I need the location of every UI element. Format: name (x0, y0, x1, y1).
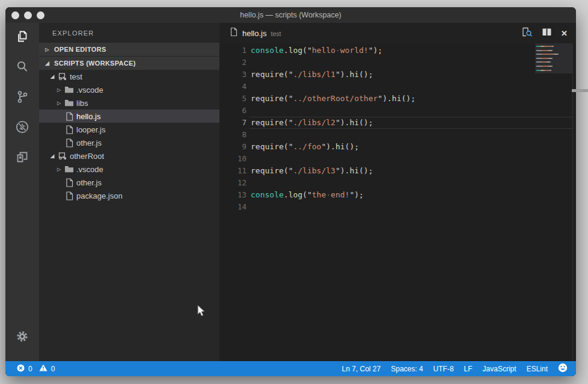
tree-item-other-js[interactable]: other.js (39, 176, 219, 189)
tree-item-looper-js[interactable]: looper.js (39, 123, 219, 136)
code-line-8[interactable]: 8 (219, 129, 576, 141)
code-line-13[interactable]: 13console.log("the·end!"); (219, 189, 576, 201)
status-indentation[interactable]: Spaces: 4 (391, 365, 423, 373)
editor-group: hello.js test (219, 23, 576, 361)
line-number[interactable]: 14 (219, 201, 247, 213)
file-icon (230, 27, 238, 39)
code-line-3[interactable]: 3require("./libs/l1").hi(); (219, 69, 576, 81)
code-line-9[interactable]: 9require("../foo").hi(); (219, 141, 576, 153)
traffic-lights (11, 11, 44, 19)
code-text: require("../otherRoot/other").hi(); (251, 93, 415, 105)
activity-explorer[interactable] (5, 23, 39, 53)
warning-triangle-icon (39, 364, 47, 373)
code-text: console.log("hello·world!"); (251, 45, 382, 57)
activity-debug[interactable] (5, 113, 39, 143)
status-encoding[interactable]: UTF-8 (433, 365, 454, 373)
preview-icon (521, 26, 533, 40)
tree-item-libs[interactable]: ▷libs (39, 96, 219, 110)
line-number[interactable]: 4 (219, 81, 247, 93)
feedback-smiley-button[interactable] (558, 363, 568, 374)
line-number[interactable]: 7 (219, 117, 247, 129)
git-branch-icon (14, 89, 30, 107)
file-icon (63, 191, 75, 200)
status-eol[interactable]: LF (464, 365, 473, 373)
tree-item-otherroot[interactable]: ◢otherRoot (39, 149, 219, 163)
code-editor[interactable]: 1console.log("hello·world!");23require("… (219, 43, 576, 361)
tree-item-label: looper.js (76, 125, 105, 134)
code-line-14[interactable]: 14 (219, 201, 576, 213)
code-text: require("./libs/l2").hi(); (251, 117, 373, 129)
chevron-right-icon: ▷ (44, 47, 51, 52)
problems-warnings[interactable]: 0 (39, 364, 55, 373)
code-line-11[interactable]: 11require("./libs/l3").hi(); (219, 165, 576, 177)
line-number[interactable]: 1 (219, 45, 247, 57)
split-editor-button[interactable] (542, 28, 552, 39)
status-cursor-position[interactable]: Ln 7, Col 27 (342, 365, 381, 373)
zoom-window-button[interactable] (37, 11, 44, 19)
line-number[interactable]: 9 (219, 141, 247, 153)
open-preview-button[interactable] (521, 26, 533, 40)
minimap[interactable] (535, 43, 573, 73)
code-line-10[interactable]: 10 (219, 153, 576, 165)
root-folder-icon (57, 72, 69, 81)
chevron-expanded-icon[interactable]: ◢ (48, 153, 57, 159)
line-number[interactable]: 6 (219, 105, 247, 117)
settings-button[interactable] (5, 323, 39, 353)
code-line-2[interactable]: 2 (219, 57, 576, 69)
activity-extensions[interactable] (5, 143, 39, 173)
close-tab-button[interactable]: ✕ (561, 29, 568, 37)
code-line-1[interactable]: 1console.log("hello·world!"); (219, 45, 576, 57)
line-number[interactable]: 5 (219, 93, 247, 105)
tree-item-label: .vscode (76, 85, 103, 94)
right-edge-scrollbar-thumb[interactable] (572, 89, 588, 92)
titlebar[interactable]: hello.js — scripts (Workspace) (5, 7, 576, 23)
tree-item--vscode[interactable]: ▷.vscode (39, 83, 219, 96)
section-label: OPEN EDITORS (54, 46, 106, 53)
problems-errors[interactable]: 0 (17, 364, 32, 374)
code-line-4[interactable]: 4 (219, 81, 576, 93)
tree-item-other-js[interactable]: other.js (39, 136, 219, 149)
section-open-editors[interactable]: ▷ OPEN EDITORS (39, 43, 219, 56)
tree-item-label: test (70, 72, 82, 81)
line-number[interactable]: 12 (219, 177, 247, 189)
code-text: require("./libs/l1").hi(); (251, 69, 373, 81)
extensions-icon (14, 149, 30, 167)
status-eslint-status[interactable]: ESLint (527, 365, 548, 373)
chevron-right-icon[interactable]: ▷ (55, 167, 63, 172)
tab-file-description: test (271, 29, 281, 37)
folder-icon (63, 99, 75, 107)
tree-item-hello-js[interactable]: hello.js (39, 110, 219, 123)
code-line-6[interactable]: 6 (219, 105, 576, 117)
tree-item--vscode[interactable]: ▷.vscode (39, 163, 219, 176)
activity-search[interactable] (5, 53, 39, 83)
tab-file-name: hello.js (242, 29, 266, 38)
line-number[interactable]: 3 (219, 69, 247, 81)
line-number[interactable]: 8 (219, 129, 247, 141)
file-icon (63, 112, 75, 121)
code-line-12[interactable]: 12 (219, 177, 576, 189)
code-line-5[interactable]: 5require("../otherRoot/other").hi(); (219, 93, 576, 105)
close-window-button[interactable] (11, 11, 19, 19)
activity-source-control[interactable] (5, 83, 39, 113)
tree-item-label: package.json (76, 191, 123, 200)
line-number[interactable]: 11 (219, 165, 247, 177)
line-number[interactable]: 13 (219, 189, 247, 201)
tree-item-package-json[interactable]: package.json (39, 189, 219, 202)
code-line-7[interactable]: 7require("./libs/l2").hi(); (219, 117, 576, 129)
chevron-right-icon[interactable]: ▷ (55, 101, 63, 106)
file-icon (63, 178, 75, 187)
minimize-window-button[interactable] (24, 11, 32, 19)
tree-item-test[interactable]: ◢test (39, 70, 219, 83)
code-text: console.log("the·end!"); (251, 189, 364, 201)
tree-item-label: .vscode (76, 165, 103, 174)
status-language-mode[interactable]: JavaScript (483, 365, 516, 373)
line-number[interactable]: 2 (219, 57, 247, 69)
chevron-right-icon[interactable]: ▷ (55, 87, 63, 93)
section-scripts-workspace[interactable]: ◢ SCRIPTS (WORKSPACE) (39, 57, 219, 70)
line-number[interactable]: 10 (219, 153, 247, 165)
activity-bar (5, 23, 39, 361)
tab-hello-js[interactable]: hello.js test (219, 23, 288, 43)
files-icon (14, 29, 30, 47)
error-count: 0 (28, 365, 32, 373)
chevron-expanded-icon[interactable]: ◢ (48, 73, 57, 79)
